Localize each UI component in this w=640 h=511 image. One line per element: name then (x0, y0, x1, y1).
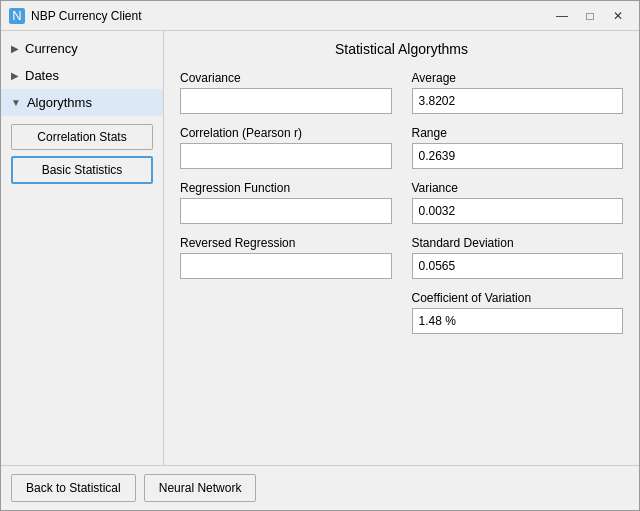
currency-arrow-icon: ▶ (11, 43, 19, 54)
maximize-button[interactable]: □ (577, 6, 603, 26)
coeff-variation-label: Coefficient of Variation (412, 291, 624, 305)
back-to-statistical-button[interactable]: Back to Statistical (11, 474, 136, 502)
coeff-variation-input[interactable] (412, 308, 624, 334)
content-area: ▶ Currency ▶ Dates ▼ Algorythms Correlat… (1, 31, 639, 465)
neural-network-button[interactable]: Neural Network (144, 474, 257, 502)
left-column: Covariance Correlation (Pearson r) Regre… (180, 71, 392, 346)
minimize-button[interactable]: — (549, 6, 575, 26)
variance-input[interactable] (412, 198, 624, 224)
covariance-input[interactable] (180, 88, 392, 114)
correlation-label: Correlation (Pearson r) (180, 126, 392, 140)
covariance-field-group: Covariance (180, 71, 392, 114)
close-button[interactable]: ✕ (605, 6, 631, 26)
std-dev-input[interactable] (412, 253, 624, 279)
page-title: Statistical Algorythms (180, 41, 623, 57)
range-input[interactable] (412, 143, 624, 169)
sidebar-item-currency[interactable]: ▶ Currency (1, 35, 163, 62)
average-input[interactable] (412, 88, 624, 114)
sidebar-item-currency-label: Currency (25, 41, 78, 56)
app-icon: N (9, 8, 25, 24)
correlation-stats-button[interactable]: Correlation Stats (11, 124, 153, 150)
variance-field-group: Variance (412, 181, 624, 224)
sidebar-item-algorythms[interactable]: ▼ Algorythms (1, 89, 163, 116)
main-panel: Statistical Algorythms Covariance Correl… (164, 31, 639, 465)
range-label: Range (412, 126, 624, 140)
main-window: N NBP Currency Client — □ ✕ ▶ Currency ▶… (0, 0, 640, 511)
sidebar-buttons: Correlation Stats Basic Statistics (1, 116, 163, 192)
right-column: Average Range Variance Standard Deviatio… (412, 71, 624, 346)
reversed-regression-field-group: Reversed Regression (180, 236, 392, 279)
footer: Back to Statistical Neural Network (1, 465, 639, 510)
coeff-variation-field-group: Coefficient of Variation (412, 291, 624, 334)
title-bar: N NBP Currency Client — □ ✕ (1, 1, 639, 31)
sidebar-item-dates-label: Dates (25, 68, 59, 83)
window-controls: — □ ✕ (549, 6, 631, 26)
regression-input[interactable] (180, 198, 392, 224)
std-dev-field-group: Standard Deviation (412, 236, 624, 279)
reversed-regression-input[interactable] (180, 253, 392, 279)
correlation-input[interactable] (180, 143, 392, 169)
window-title: NBP Currency Client (31, 9, 549, 23)
fields-container: Covariance Correlation (Pearson r) Regre… (180, 71, 623, 346)
std-dev-label: Standard Deviation (412, 236, 624, 250)
sidebar-item-algorythms-label: Algorythms (27, 95, 92, 110)
variance-label: Variance (412, 181, 624, 195)
correlation-field-group: Correlation (Pearson r) (180, 126, 392, 169)
sidebar: ▶ Currency ▶ Dates ▼ Algorythms Correlat… (1, 31, 164, 465)
range-field-group: Range (412, 126, 624, 169)
regression-field-group: Regression Function (180, 181, 392, 224)
average-label: Average (412, 71, 624, 85)
sidebar-item-dates[interactable]: ▶ Dates (1, 62, 163, 89)
regression-label: Regression Function (180, 181, 392, 195)
algorythms-arrow-icon: ▼ (11, 97, 21, 108)
dates-arrow-icon: ▶ (11, 70, 19, 81)
basic-statistics-button[interactable]: Basic Statistics (11, 156, 153, 184)
covariance-label: Covariance (180, 71, 392, 85)
average-field-group: Average (412, 71, 624, 114)
reversed-regression-label: Reversed Regression (180, 236, 392, 250)
